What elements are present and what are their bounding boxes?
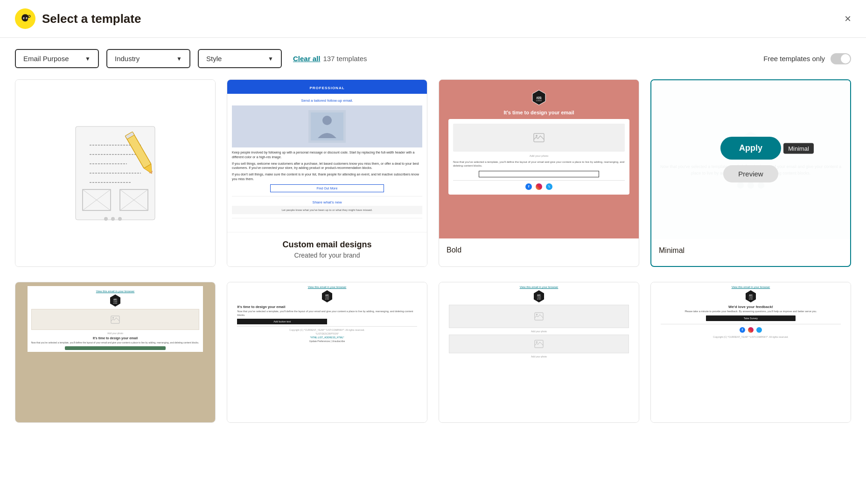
free-toggle-wrap: Free templates only bbox=[763, 53, 851, 64]
chevron-down-icon: ▼ bbox=[176, 56, 182, 62]
template-card-survey[interactable]: View this email in your browser ADD YOUR… bbox=[650, 282, 851, 423]
template-card-tan[interactable]: View this email in your browser ADD YOUR… bbox=[15, 282, 216, 423]
minimal-preview: It's time to design your emailNow that y… bbox=[651, 80, 850, 239]
svg-point-23 bbox=[118, 217, 122, 221]
bold-preview: ADD YOUR LOGO It's time to design your e… bbox=[439, 80, 639, 238]
apply-button[interactable]: Apply bbox=[720, 137, 781, 160]
template-card-simple-bold[interactable]: View this email in your browser ADD YOUR… bbox=[439, 282, 639, 423]
svg-point-4 bbox=[27, 18, 28, 19]
header: Select a template × bbox=[0, 0, 866, 38]
bold-label: Bold bbox=[439, 238, 639, 262]
template-count: 137 templates bbox=[323, 55, 367, 63]
industry-filter[interactable]: Industry ▼ bbox=[106, 49, 190, 68]
minimal-label: Minimal bbox=[651, 239, 850, 262]
scratch-illustration bbox=[66, 122, 164, 224]
svg-point-39 bbox=[112, 317, 114, 318]
standard-preview: View this email in your browser ADD YOUR… bbox=[227, 282, 427, 422]
svg-point-32 bbox=[536, 135, 538, 137]
chevron-down-icon: ▼ bbox=[85, 56, 91, 62]
svg-text:LOGO: LOGO bbox=[536, 99, 542, 102]
template-card-custom[interactable]: PROFESSIONAL Send a tailored follow-up e… bbox=[227, 79, 427, 267]
style-filter[interactable]: Style ▼ bbox=[198, 49, 282, 68]
free-templates-label: Free templates only bbox=[763, 55, 825, 63]
email-purpose-filter[interactable]: Email Purpose ▼ bbox=[15, 49, 99, 68]
free-templates-toggle[interactable] bbox=[831, 53, 851, 64]
close-button[interactable]: × bbox=[845, 13, 851, 24]
filters-info: Clear all 137 templates bbox=[293, 55, 367, 63]
tan-preview: View this email in your browser ADD YOUR… bbox=[15, 282, 215, 422]
minimal-tooltip: Minimal bbox=[783, 143, 814, 154]
page-title: Select a template bbox=[42, 12, 141, 26]
templates-grid-row2: View this email in your browser ADD YOUR… bbox=[0, 282, 866, 438]
svg-point-49 bbox=[536, 314, 538, 315]
style-label: Style bbox=[206, 55, 222, 63]
svg-point-21 bbox=[104, 217, 108, 221]
scratch-preview bbox=[15, 80, 215, 266]
survey-preview: View this email in your browser ADD YOUR… bbox=[651, 282, 851, 422]
clear-all-button[interactable]: Clear all bbox=[293, 55, 320, 63]
chevron-down-icon: ▼ bbox=[268, 56, 273, 62]
svg-point-51 bbox=[536, 342, 538, 343]
svg-text:LOGO: LOGO bbox=[749, 298, 753, 300]
scratch-label: Start from scratch bbox=[15, 266, 215, 267]
simple-bold-preview: View this email in your browser ADD YOUR… bbox=[439, 282, 639, 422]
template-card-standard[interactable]: View this email in your browser ADD YOUR… bbox=[227, 282, 427, 423]
custom-preview: PROFESSIONAL Send a tailored follow-up e… bbox=[227, 80, 427, 266]
header-left: Select a template bbox=[15, 8, 141, 29]
svg-point-26 bbox=[322, 116, 332, 125]
filters-bar: Email Purpose ▼ Industry ▼ Style ▼ Clear… bbox=[0, 38, 866, 79]
template-card-bold[interactable]: ADD YOUR LOGO It's time to design your e… bbox=[439, 79, 639, 267]
svg-point-22 bbox=[111, 217, 115, 221]
email-purpose-label: Email Purpose bbox=[23, 55, 69, 63]
templates-grid-row1: Start from scratch PROFESSIONAL Send a t… bbox=[0, 79, 866, 282]
apply-overlay: Apply Minimal Preview bbox=[651, 80, 850, 239]
svg-text:LOGO: LOGO bbox=[113, 302, 118, 304]
svg-point-3 bbox=[24, 18, 25, 19]
template-card-minimal[interactable]: It's time to design your emailNow that y… bbox=[650, 79, 851, 267]
mailchimp-logo bbox=[15, 8, 35, 29]
preview-button[interactable]: Preview bbox=[723, 165, 778, 182]
custom-label: Custom email designs bbox=[235, 240, 419, 250]
custom-sublabel: Created for your brand bbox=[235, 252, 419, 259]
industry-label: Industry bbox=[115, 55, 140, 63]
template-card-scratch[interactable]: Start from scratch bbox=[15, 79, 216, 267]
svg-text:LOGO: LOGO bbox=[537, 298, 541, 300]
svg-text:LOGO: LOGO bbox=[325, 298, 329, 300]
